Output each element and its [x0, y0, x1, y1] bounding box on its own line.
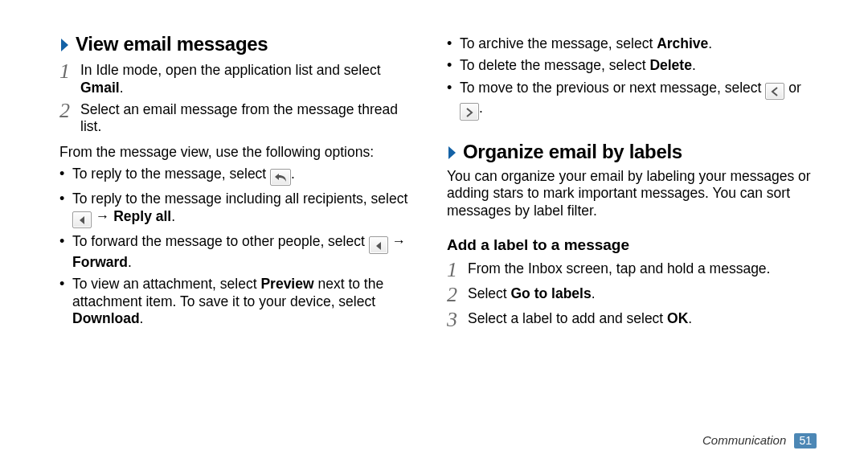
step-number: 1 [59, 60, 80, 82]
step-pre: In Idle mode, open the application list … [80, 62, 381, 78]
bold-text: Archive [657, 35, 708, 51]
text: To forward the message to other people, … [72, 233, 369, 249]
numbered-steps: 1 From the Inbox screen, tap and hold a … [447, 259, 817, 330]
page-number: 51 [794, 433, 817, 448]
bold-text: Forward [72, 254, 128, 270]
option-reply-all: To reply to the message including all re… [59, 190, 421, 228]
step-pre: Select [468, 285, 511, 301]
options-list: To reply to the message, select . To rep… [59, 166, 421, 327]
step-text: From the Inbox screen, tap and hold a me… [468, 259, 817, 277]
bold-text: Reply all [113, 208, 171, 224]
reply-menu-icon [72, 211, 92, 229]
step-number: 3 [447, 309, 468, 330]
manual-page: View email messages 1 In Idle mode, open… [0, 0, 868, 471]
section-heading-organize: Organize email by labels [447, 140, 817, 163]
option-delete: To delete the message, select Delete. [447, 57, 817, 74]
numbered-steps: 1 In Idle mode, open the application lis… [59, 60, 421, 135]
chevron-right-icon [59, 38, 71, 52]
arrow-text: → [388, 233, 406, 249]
chevron-right-icon [460, 103, 479, 121]
text: To view an attachment, select [72, 276, 260, 292]
bold-text: Preview [260, 276, 313, 292]
step-text: Select an email message from the message… [80, 100, 421, 136]
option-forward: To forward the message to other people, … [59, 233, 421, 271]
step-number: 1 [447, 259, 468, 281]
step-bold: OK [667, 310, 688, 326]
heading-text: Organize email by labels [463, 141, 682, 162]
bold-text: Delete [649, 57, 692, 73]
text: . [140, 310, 144, 326]
options-list-cont: To archive the message, select Archive. … [447, 35, 817, 121]
step-bold: Go to labels [511, 285, 592, 301]
text: To move to the previous or next message,… [460, 80, 765, 96]
text: To archive the message, select [460, 35, 657, 51]
left-column: View email messages 1 In Idle mode, open… [51, 32, 434, 447]
subheading-add-label: Add a label to a message [447, 236, 817, 254]
arrow-text: → [92, 208, 113, 224]
intro-paragraph: You can organize your email by labeling … [447, 168, 817, 219]
bold-text: Download [72, 310, 140, 326]
step-pre: Select an email message from the message… [80, 101, 398, 134]
step-item: 3 Select a label to add and select OK. [447, 309, 817, 330]
step-item: 2 Select an email message from the messa… [59, 100, 421, 136]
step-pre: From the Inbox screen, tap and hold a me… [468, 260, 770, 276]
option-archive: To archive the message, select Archive. [447, 35, 817, 52]
section-heading-view: View email messages [59, 32, 421, 55]
step-text: Select Go to labels. [468, 284, 817, 302]
option-attachment: To view an attachment, select Preview ne… [59, 276, 421, 327]
text: . [708, 35, 712, 51]
reply-icon [270, 169, 291, 186]
text: To delete the message, select [460, 57, 649, 73]
step-post: . [592, 285, 596, 301]
step-item: 1 From the Inbox screen, tap and hold a … [447, 259, 817, 281]
step-bold: Gmail [80, 80, 120, 96]
step-item: 1 In Idle mode, open the application lis… [59, 60, 421, 96]
step-text: In Idle mode, open the application list … [80, 60, 421, 96]
text: To reply to the message including all re… [72, 190, 407, 207]
text: . [479, 100, 483, 116]
text: . [128, 254, 132, 270]
step-number: 2 [447, 284, 468, 305]
chapter-name: Communication [702, 433, 786, 447]
lead-paragraph: From the message view, use the following… [59, 144, 421, 161]
step-post: . [688, 310, 692, 326]
chevron-right-icon [447, 145, 458, 160]
forward-menu-icon [369, 236, 388, 254]
text: . [291, 166, 295, 182]
heading-text: View email messages [76, 33, 268, 55]
step-number: 2 [59, 100, 80, 121]
option-navigate: To move to the previous or next message,… [447, 80, 817, 121]
step-text: Select a label to add and select OK. [468, 309, 817, 327]
text: . [692, 57, 696, 73]
page-footer: Communication 51 [702, 433, 817, 448]
right-column: To archive the message, select Archive. … [434, 32, 817, 447]
step-post: . [120, 80, 124, 96]
text: . [171, 208, 175, 224]
step-pre: Select a label to add and select [468, 310, 667, 326]
chevron-left-icon [765, 83, 784, 100]
text: To reply to the message, select [72, 166, 270, 182]
or-text: or [784, 80, 800, 96]
step-item: 2 Select Go to labels. [447, 284, 817, 305]
option-reply: To reply to the message, select . [59, 166, 421, 186]
